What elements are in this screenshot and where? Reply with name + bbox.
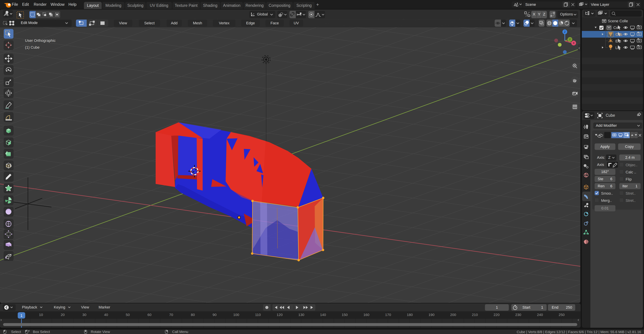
- svg-text:90: 90: [212, 313, 216, 317]
- svg-text:10: 10: [39, 313, 43, 317]
- svg-text:170: 170: [385, 313, 391, 317]
- svg-text:150: 150: [342, 313, 348, 317]
- svg-text:Y: Y: [569, 38, 571, 41]
- svg-text:180: 180: [407, 313, 413, 317]
- svg-text:‹: ‹: [578, 317, 579, 322]
- svg-text:›: ›: [0, 317, 2, 322]
- svg-text:240: 240: [537, 313, 543, 317]
- svg-text:250: 250: [559, 313, 565, 317]
- svg-text:140: 140: [320, 313, 326, 317]
- svg-text:30: 30: [82, 313, 86, 317]
- svg-text:1: 1: [20, 314, 22, 318]
- svg-text:230: 230: [515, 313, 521, 317]
- svg-text:160: 160: [364, 313, 369, 317]
- svg-text:60: 60: [148, 313, 152, 317]
- svg-text:70: 70: [169, 313, 173, 317]
- svg-text:Box Select: Box Select: [33, 330, 50, 334]
- svg-text:190: 190: [428, 313, 434, 317]
- svg-text:Z: Z: [564, 30, 566, 33]
- svg-text:40: 40: [104, 313, 108, 317]
- svg-text:210: 210: [472, 313, 478, 317]
- svg-text:130: 130: [298, 313, 304, 317]
- svg-text:220: 220: [494, 313, 500, 317]
- svg-text:‹: ‹: [578, 45, 580, 50]
- svg-text:100: 100: [233, 313, 239, 317]
- svg-text:80: 80: [191, 313, 195, 317]
- svg-text:X: X: [573, 41, 574, 45]
- svg-text:200: 200: [450, 313, 456, 317]
- svg-text:Call Menu: Call Menu: [172, 330, 188, 334]
- svg-text:20: 20: [60, 313, 64, 317]
- svg-text:50: 50: [126, 313, 130, 317]
- svg-text:110: 110: [255, 313, 261, 317]
- svg-text:Scene Colle: Scene Colle: [608, 19, 628, 23]
- svg-text:Rotate View: Rotate View: [91, 330, 110, 334]
- svg-text:120: 120: [277, 313, 283, 317]
- svg-text:Select: Select: [11, 330, 21, 334]
